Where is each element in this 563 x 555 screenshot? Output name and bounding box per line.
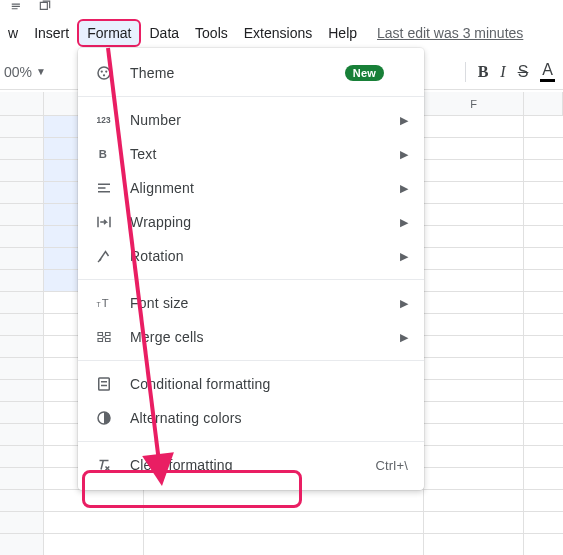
column-header-f[interactable]: F <box>424 92 524 115</box>
cell[interactable] <box>424 314 524 336</box>
cell[interactable] <box>524 204 563 226</box>
cell[interactable] <box>424 182 524 204</box>
cell[interactable] <box>424 248 524 270</box>
row-header[interactable] <box>0 160 44 182</box>
svg-text:T: T <box>102 297 109 309</box>
cell[interactable] <box>424 468 524 490</box>
bold-button[interactable]: B <box>478 63 489 81</box>
row-header[interactable] <box>0 270 44 292</box>
menu-view[interactable]: w <box>0 21 26 45</box>
star-icon[interactable] <box>8 0 26 17</box>
row-header[interactable] <box>0 314 44 336</box>
row-header[interactable] <box>0 292 44 314</box>
move-icon[interactable] <box>36 0 54 17</box>
row-header[interactable] <box>0 446 44 468</box>
svg-point-3 <box>103 74 105 76</box>
zoom-selector[interactable]: 00% ▼ <box>4 64 46 80</box>
cell[interactable] <box>44 490 144 512</box>
row-header[interactable] <box>0 182 44 204</box>
cell[interactable] <box>144 534 424 555</box>
row-header[interactable] <box>0 424 44 446</box>
cell[interactable] <box>524 314 563 336</box>
column-header-g[interactable] <box>524 92 563 115</box>
cell[interactable] <box>144 512 424 534</box>
cell[interactable] <box>524 446 563 468</box>
row-header[interactable] <box>0 512 44 534</box>
menu-data[interactable]: Data <box>141 21 187 45</box>
cell[interactable] <box>424 204 524 226</box>
menu-clear-formatting[interactable]: Clear formatting Ctrl+\ <box>78 448 424 482</box>
row-header[interactable] <box>0 358 44 380</box>
cell[interactable] <box>524 116 563 138</box>
cell[interactable] <box>144 490 424 512</box>
cell[interactable] <box>524 292 563 314</box>
cell[interactable] <box>524 336 563 358</box>
cell[interactable] <box>424 270 524 292</box>
cell[interactable] <box>424 336 524 358</box>
menu-text[interactable]: B Text ▶ <box>78 137 424 171</box>
chevron-down-icon: ▼ <box>36 66 46 77</box>
cell[interactable] <box>424 160 524 182</box>
cell[interactable] <box>524 160 563 182</box>
cell[interactable] <box>44 512 144 534</box>
row-header[interactable] <box>0 204 44 226</box>
cell[interactable] <box>424 226 524 248</box>
cell[interactable] <box>524 512 563 534</box>
row-header[interactable] <box>0 468 44 490</box>
menu-fontsize[interactable]: TT Font size ▶ <box>78 286 424 320</box>
menu-insert[interactable]: Insert <box>26 21 77 45</box>
cell[interactable] <box>424 116 524 138</box>
cell[interactable] <box>424 534 524 555</box>
cell[interactable] <box>424 402 524 424</box>
row-header[interactable] <box>0 226 44 248</box>
cell[interactable] <box>524 182 563 204</box>
cell[interactable] <box>424 424 524 446</box>
cell[interactable] <box>424 512 524 534</box>
strikethrough-button[interactable]: S <box>518 63 529 81</box>
last-edit-link[interactable]: Last edit was 3 minutes <box>377 25 523 41</box>
cell[interactable] <box>524 534 563 555</box>
cell[interactable] <box>524 380 563 402</box>
menu-extensions[interactable]: Extensions <box>236 21 320 45</box>
select-all-corner[interactable] <box>0 92 44 115</box>
menu-format[interactable]: Format <box>77 19 141 47</box>
cell[interactable] <box>524 468 563 490</box>
menu-tools[interactable]: Tools <box>187 21 236 45</box>
cell[interactable] <box>524 138 563 160</box>
menu-text-label: Text <box>130 146 156 162</box>
row-header[interactable] <box>0 490 44 512</box>
cell[interactable] <box>524 226 563 248</box>
menu-number[interactable]: 123 Number ▶ <box>78 103 424 137</box>
menu-help[interactable]: Help <box>320 21 365 45</box>
menu-conditional-formatting[interactable]: Conditional formatting <box>78 367 424 401</box>
cell[interactable] <box>524 402 563 424</box>
row-header[interactable] <box>0 534 44 555</box>
menu-rotation[interactable]: Rotation ▶ <box>78 239 424 273</box>
cell[interactable] <box>524 490 563 512</box>
cell[interactable] <box>424 490 524 512</box>
text-color-button[interactable]: A <box>540 61 555 82</box>
chevron-right-icon: ▶ <box>400 331 408 344</box>
menu-alignment[interactable]: Alignment ▶ <box>78 171 424 205</box>
cell[interactable] <box>424 380 524 402</box>
cell[interactable] <box>424 292 524 314</box>
cell[interactable] <box>524 424 563 446</box>
cell[interactable] <box>424 138 524 160</box>
cell[interactable] <box>524 248 563 270</box>
row-header[interactable] <box>0 138 44 160</box>
row-header[interactable] <box>0 116 44 138</box>
cell[interactable] <box>424 446 524 468</box>
cell[interactable] <box>424 358 524 380</box>
row-header[interactable] <box>0 248 44 270</box>
menu-theme[interactable]: Theme New <box>78 56 424 90</box>
cell[interactable] <box>44 534 144 555</box>
menu-alternating-colors[interactable]: Alternating colors <box>78 401 424 435</box>
menu-mergecells[interactable]: Merge cells ▶ <box>78 320 424 354</box>
cell[interactable] <box>524 358 563 380</box>
row-header[interactable] <box>0 336 44 358</box>
row-header[interactable] <box>0 402 44 424</box>
row-header[interactable] <box>0 380 44 402</box>
menu-wrapping[interactable]: Wrapping ▶ <box>78 205 424 239</box>
cell[interactable] <box>524 270 563 292</box>
italic-button[interactable]: I <box>500 63 505 81</box>
